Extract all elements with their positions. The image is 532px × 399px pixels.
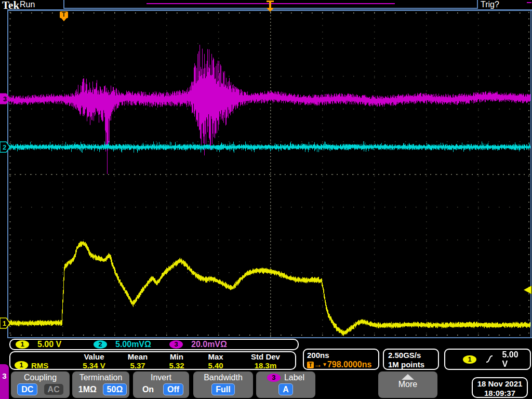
date-text: 18 Nov 2021 (473, 379, 527, 389)
trigger-t-icon: T (307, 362, 314, 368)
trigger-readout: 1 5.00 V (444, 349, 531, 370)
sample-rate: 2.50GS/s (388, 351, 438, 360)
invert-on-button[interactable]: On (139, 384, 157, 395)
meas-name: RMS (31, 361, 48, 370)
meas-min: 5.32 (158, 361, 195, 370)
termination-1mohm-button[interactable]: 1MΩ (75, 384, 100, 395)
expansion-point-icon: ▼ (322, 360, 327, 369)
arrow-right-icon: → (314, 360, 322, 369)
coupling-ac-button[interactable]: AC (44, 384, 63, 395)
horizontal-scale: 200ns (307, 351, 378, 360)
trigger-source-badge: 1 (463, 355, 476, 364)
record-view-right-marker (527, 2, 531, 3)
bandwidth-full-button[interactable]: Full (211, 383, 234, 395)
ch1-scale: 5.00 V (37, 340, 94, 349)
invert-title: Invert (133, 373, 189, 382)
coupling-title: Coupling (11, 373, 70, 382)
coupling-dc-button[interactable]: DC (17, 383, 37, 395)
channel3-position-marker[interactable]: 3 (0, 93, 10, 104)
meas-mean: 5.37 (117, 361, 158, 370)
more-label: More (378, 380, 437, 389)
label-channel-badge: 3 (267, 374, 281, 382)
meas-max: 5.40 (195, 361, 236, 370)
meas-header-max: Max (195, 352, 236, 361)
ch2-badge: 2 (94, 340, 107, 349)
trigger-level: 5.00 V (502, 350, 524, 369)
svg-text:2: 2 (3, 143, 6, 151)
ch1-badge: 1 (16, 340, 29, 349)
trigger-level-arrow-icon[interactable] (524, 286, 531, 294)
meas-source-badge: 1 (15, 361, 28, 369)
label-title: Label (284, 373, 304, 382)
horizontal-delay: 798.0000ns (327, 360, 371, 369)
trigger-status: Trig? (481, 0, 499, 9)
invert-panel: Invert On Off (133, 371, 189, 398)
meas-value: 5.34 V (71, 361, 117, 370)
channel1-position-marker[interactable]: 1 (0, 317, 10, 329)
rising-edge-slope-icon (486, 355, 493, 364)
acquisition-status: Run (20, 0, 35, 9)
meas-header-mean: Mean (117, 352, 158, 361)
ch3-badge: 3 (169, 340, 183, 349)
meas-header-min: Min (158, 352, 195, 361)
bandwidth-panel: Bandwidth Full (193, 371, 253, 398)
coupling-panel: Coupling DC AC (11, 371, 70, 398)
termination-panel: Termination 1MΩ 50Ω (72, 371, 129, 398)
more-panel[interactable]: More (378, 371, 437, 398)
waveform-display (8, 11, 530, 337)
time-text: 18:09:37 (473, 389, 527, 398)
label-a-button[interactable]: A (278, 383, 293, 395)
meas-header-value: Value (71, 352, 117, 361)
meas-stddev: 18.3m (236, 361, 295, 370)
ch2-scale: 5.00mVΩ (115, 340, 169, 349)
more-up-icon (402, 374, 414, 380)
record-length: 1M points (388, 360, 438, 369)
measurement-readout: Value Mean Min Max Std Dev 1 RMS 5.34 V … (9, 351, 296, 370)
horizontal-readout: 200ns T → ▼ 798.0000ns (303, 349, 379, 370)
active-channel-tab: 3 (0, 364, 9, 399)
trigger-expansion-marker-icon[interactable] (265, 1, 275, 12)
invert-off-button[interactable]: Off (163, 383, 183, 395)
termination-title: Termination (72, 373, 129, 382)
graticule-bottom-border (7, 337, 532, 338)
termination-50ohm-button[interactable]: 50Ω (103, 383, 127, 395)
acquisition-readout: 2.50GS/s 1M points (383, 349, 439, 370)
svg-text:1: 1 (3, 320, 6, 327)
trigger-point-marker-icon[interactable]: T (60, 11, 68, 21)
ch3-scale: 20.0mVΩ (191, 340, 227, 349)
meas-header-stddev: Std Dev (236, 352, 295, 361)
label-panel: 3 Label A (256, 371, 315, 398)
svg-text:3: 3 (3, 95, 7, 103)
channel-scale-readout: 1 5.00 V 2 5.00mVΩ 3 20.0mVΩ (9, 339, 299, 350)
channel2-position-marker[interactable]: 2 (0, 141, 10, 153)
datetime-display: 18 Nov 2021 18:09:37 (472, 377, 528, 398)
oscilloscope-screen: Tek Run Trig? T 3 2 1 1 5.00 V 2 5.00mVΩ… (0, 0, 532, 399)
bandwidth-title: Bandwidth (193, 373, 253, 382)
